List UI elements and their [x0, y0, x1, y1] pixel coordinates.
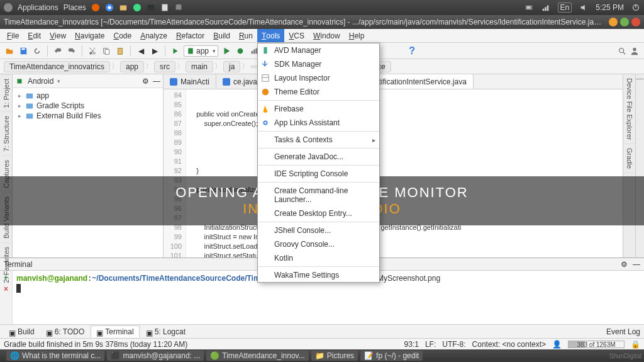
side-tab-gradle[interactable]: Gradle: [625, 144, 635, 173]
applications-menu[interactable]: Applications: [18, 3, 58, 12]
file-encoding[interactable]: UTF-8:: [442, 340, 465, 349]
menu-tools[interactable]: Tools: [257, 29, 284, 42]
tools-menu-item[interactable]: AVD Manager: [258, 43, 379, 57]
android-studio-icon[interactable]: [133, 3, 142, 12]
code-editor[interactable]: 84 85 86 87 88 89 90 91 92 93 94 95 96 9…: [164, 89, 623, 257]
run-icon[interactable]: [221, 45, 232, 57]
minimize-button[interactable]: [609, 18, 618, 26]
battery-icon[interactable]: [525, 3, 534, 12]
undo-icon[interactable]: [52, 45, 64, 57]
database-icon[interactable]: [174, 3, 183, 12]
project-settings-icon[interactable]: ⚙: [142, 77, 149, 86]
menu-refactor[interactable]: Refactor: [172, 29, 209, 42]
files-icon[interactable]: [119, 3, 128, 12]
menu-view[interactable]: View: [45, 29, 70, 42]
side-tab-build-variants[interactable]: Build Variants: [1, 192, 11, 242]
menu-run[interactable]: Run: [235, 29, 257, 42]
open-icon[interactable]: [4, 45, 15, 57]
paste-icon[interactable]: [114, 45, 126, 57]
tools-menu-item[interactable]: Kotlin: [258, 251, 379, 265]
close-button[interactable]: [631, 18, 640, 26]
tree-node[interactable]: ▸External Build Files: [16, 111, 159, 121]
taskbar-item[interactable]: 🟢TimeAttendance_innov...: [206, 351, 308, 361]
hide-tool-window-icon[interactable]: —: [635, 74, 644, 257]
project-view-selector[interactable]: Android: [28, 77, 53, 86]
maximize-button[interactable]: [620, 18, 629, 26]
tools-dropdown-menu[interactable]: AVD ManagerSDK ManagerLayout InspectorTh…: [257, 43, 380, 283]
taskbar-item[interactable]: 📁Pictures: [311, 351, 358, 361]
bottom-tab-terminal[interactable]: ▣ Terminal: [91, 325, 139, 337]
keyboard-language[interactable]: En: [558, 3, 572, 13]
editor-tab[interactable]: MainActi: [164, 74, 216, 89]
terminal-settings-icon[interactable]: ⚙: [621, 260, 628, 269]
power-icon[interactable]: [631, 3, 640, 12]
network-icon[interactable]: [541, 3, 550, 12]
context-indicator[interactable]: Context: <no context>: [472, 340, 546, 349]
taskbar-item[interactable]: 📝fp (~/) - gedit: [360, 351, 423, 361]
tools-menu-item[interactable]: Create Desktop Entry...: [258, 206, 379, 220]
tools-menu-item[interactable]: Generate JavaDoc...: [258, 150, 379, 164]
menu-analyze[interactable]: Analyze: [136, 29, 172, 42]
menu-navigate[interactable]: Navigate: [70, 29, 109, 42]
user-icon[interactable]: [629, 45, 640, 57]
breadcrumb-item[interactable]: ja: [223, 61, 240, 72]
side-tab-captures[interactable]: Captures: [1, 156, 11, 192]
menu-edit[interactable]: Edit: [23, 29, 45, 42]
run-config-selector[interactable]: app: [184, 45, 218, 57]
menu-build[interactable]: Build: [209, 29, 235, 42]
forward-icon[interactable]: ▶: [149, 45, 160, 57]
inspection-icon[interactable]: 👤: [552, 340, 562, 349]
breadcrumb-item[interactable]: TimeAttendance_innovatrics: [4, 61, 110, 72]
clock[interactable]: 5:25 PM: [596, 3, 624, 12]
tools-menu-item[interactable]: IDE Scripting Console: [258, 167, 379, 181]
menu-code[interactable]: Code: [109, 29, 136, 42]
event-log-tab[interactable]: Event Log: [606, 327, 640, 336]
debug-icon[interactable]: [235, 45, 246, 57]
bottom-tab-6-todo[interactable]: ▣ 6: TODO: [41, 325, 90, 337]
gedit-icon[interactable]: [160, 3, 169, 12]
side-tab-1-project[interactable]: 1: Project: [1, 74, 11, 111]
copy-icon[interactable]: [101, 45, 112, 57]
tools-menu-item[interactable]: JShell Console...: [258, 223, 379, 237]
menu-window[interactable]: Window: [309, 29, 345, 42]
breadcrumb-item[interactable]: app: [120, 61, 144, 72]
tools-menu-item[interactable]: WakaTime Settings: [258, 268, 379, 282]
search-icon[interactable]: [618, 47, 626, 55]
lock-icon[interactable]: 🔒: [631, 340, 640, 349]
firefox-icon[interactable]: [91, 3, 100, 12]
menu-file[interactable]: File: [3, 29, 23, 42]
terminal-launcher-icon[interactable]: [147, 3, 155, 12]
memory-indicator[interactable]: 383 of 1263M: [568, 341, 625, 348]
tools-menu-item[interactable]: App Links Assistant: [258, 116, 379, 130]
menu-help[interactable]: Help: [345, 29, 369, 42]
breadcrumb-item[interactable]: src: [154, 61, 175, 72]
sync-icon[interactable]: [31, 45, 43, 57]
tools-menu-item[interactable]: Theme Editor: [258, 85, 379, 99]
tree-node[interactable]: ▸Gradle Scripts: [16, 101, 159, 111]
save-icon[interactable]: [18, 45, 29, 57]
project-tree[interactable]: ▸app▸Gradle Scripts▸External Build Files: [13, 88, 163, 123]
breadcrumb-item[interactable]: main: [186, 61, 213, 72]
back-icon[interactable]: ◀: [135, 45, 147, 57]
tools-menu-item[interactable]: Tasks & Contexts: [258, 133, 379, 147]
tools-menu-item[interactable]: Firebase: [258, 102, 379, 116]
terminal-hide-icon[interactable]: —: [633, 260, 640, 269]
redo-icon[interactable]: [66, 45, 77, 57]
tree-node[interactable]: ▸app: [16, 91, 159, 101]
code-content[interactable]: public void onCreate() { super.onCreate(…: [186, 89, 623, 257]
bottom-tab-build[interactable]: ▣ Build: [4, 325, 40, 337]
taskbar-item[interactable]: 🌐What is the terminal c...: [6, 351, 104, 361]
bottom-tab-5-logcat[interactable]: ▣ 5: Logcat: [141, 325, 191, 337]
cut-icon[interactable]: [87, 45, 98, 57]
collapse-icon[interactable]: —: [153, 77, 160, 86]
tools-menu-item[interactable]: Layout Inspector: [258, 71, 379, 85]
side-tab-device-file-explorer[interactable]: Device File Explorer: [625, 74, 635, 144]
tools-menu-item[interactable]: Create Command-line Launcher...: [258, 184, 379, 206]
taskbar-item[interactable]: ⬛manvish@gajanand: ...: [107, 351, 204, 361]
help-icon[interactable]: ?: [406, 45, 418, 57]
tools-menu-item[interactable]: Groovy Console...: [258, 237, 379, 251]
places-menu[interactable]: Places: [64, 3, 86, 12]
menu-vcs[interactable]: VCS: [284, 29, 309, 42]
chrome-icon[interactable]: [105, 3, 114, 12]
side-tab-2-favorites[interactable]: 2: Favorites: [1, 242, 11, 286]
